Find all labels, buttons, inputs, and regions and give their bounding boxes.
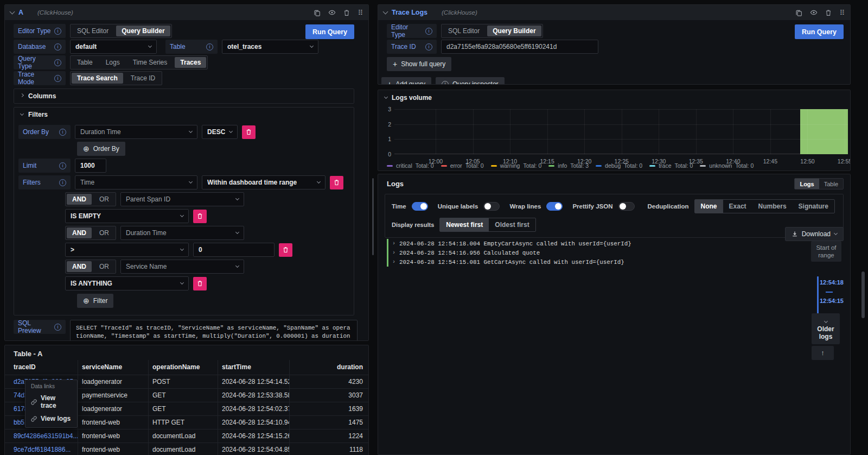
remove-condition-3-button[interactable] <box>193 277 207 290</box>
view-logs-menu-item[interactable]: View logs <box>25 412 77 425</box>
run-query-button[interactable]: Run Query <box>795 24 844 39</box>
condition-1-field-select[interactable]: Parent Span ID <box>120 192 244 206</box>
logs-scrollbar-thumb[interactable] <box>861 271 865 318</box>
condition-2-field-select[interactable]: Duration Time <box>120 226 244 240</box>
info-icon[interactable]: i <box>54 75 61 82</box>
log-line[interactable]: › 2024-06-28 12:54:18.004 EmptyCartAsync… <box>387 239 631 248</box>
time-toggle[interactable] <box>412 202 428 211</box>
legend-item-debug[interactable]: debugTotal: 0 <box>596 162 642 169</box>
legend-item-critical[interactable]: criticalTotal: 0 <box>387 162 434 169</box>
expand-icon[interactable]: › <box>392 250 395 256</box>
legend-item-error[interactable]: errorTotal: 0 <box>441 162 484 169</box>
panel-title[interactable]: Trace Logs <box>392 9 427 16</box>
show-full-query-button[interactable]: + Show full query <box>387 57 451 71</box>
prettify-json-toggle[interactable] <box>618 202 635 211</box>
dedup-numbers-option[interactable]: Numbers <box>752 200 793 213</box>
columns-section-header[interactable]: Columns <box>14 89 354 103</box>
query-type-table[interactable]: Table <box>71 56 99 69</box>
query-inspector-button[interactable]: i Query inspector <box>436 77 505 85</box>
order-by-direction-select[interactable]: DESC <box>202 125 238 139</box>
log-range-bar[interactable] <box>817 276 819 314</box>
log-line[interactable]: › 2024-06-28 12:54:15.081 GetCartAsync c… <box>387 257 631 267</box>
filter-field-select[interactable]: Time <box>75 175 197 189</box>
dedup-signature-option[interactable]: Signature <box>793 200 834 213</box>
dedup-exact-option[interactable]: Exact <box>723 200 752 213</box>
or-option[interactable]: OR <box>93 260 116 273</box>
limit-input[interactable]: 1000 <box>75 159 106 173</box>
drag-handle-icon[interactable]: ⠿ <box>839 9 845 17</box>
editor-type-query-builder[interactable]: Query Builder <box>116 26 170 36</box>
collapse-chevron-icon[interactable] <box>383 9 388 14</box>
remove-order-by-button[interactable] <box>242 125 256 139</box>
editor-type-query-builder[interactable]: Query Builder <box>487 26 541 36</box>
info-icon[interactable]: i <box>425 43 432 50</box>
wrap-lines-toggle[interactable] <box>546 202 563 211</box>
add-order-by-button[interactable]: ⊕ Order By <box>77 142 125 156</box>
condition-2-value-input[interactable]: 0 <box>193 243 275 257</box>
trace-id-input[interactable]: d2a7155ef6a928a05680e5ff6190241d <box>441 40 598 54</box>
info-icon[interactable]: i <box>54 324 61 331</box>
info-icon[interactable]: i <box>54 28 61 35</box>
info-icon[interactable]: i <box>59 162 66 169</box>
collapse-chevron-icon[interactable] <box>10 9 15 14</box>
add-query-button[interactable]: + Add query <box>381 77 431 85</box>
view-trace-menu-item[interactable]: View trace <box>25 391 77 412</box>
view-table-option[interactable]: Table <box>819 179 843 189</box>
or-option[interactable]: OR <box>93 226 116 239</box>
dedup-none-option[interactable]: None <box>695 200 723 213</box>
query-type-traces[interactable]: Traces <box>175 57 206 68</box>
newest-first-option[interactable]: Newest first <box>440 218 489 231</box>
add-filter-button[interactable]: ⊕ Filter <box>77 294 113 308</box>
scroll-to-top-button[interactable]: ↑ <box>812 346 834 360</box>
col-header-servicename[interactable]: serviceName <box>78 360 149 375</box>
info-icon[interactable]: i <box>206 43 213 50</box>
query-type-timeseries[interactable]: Time Series <box>126 56 174 69</box>
filters-section-header[interactable]: Filters <box>14 108 354 122</box>
condition-1-operator-select[interactable]: IS EMPTY <box>65 209 189 223</box>
col-header-traceid[interactable]: traceID <box>5 360 78 375</box>
info-icon[interactable]: i <box>54 59 61 66</box>
col-header-operationname[interactable]: operationName <box>149 360 218 375</box>
expand-icon[interactable]: › <box>392 259 395 265</box>
view-logs-option[interactable]: Logs <box>795 179 819 189</box>
col-header-starttime[interactable]: startTime <box>218 360 290 375</box>
legend-item-trace[interactable]: traceTotal: 0 <box>649 162 693 169</box>
unique-labels-toggle[interactable] <box>483 202 500 211</box>
order-by-field-select[interactable]: Duration Time <box>75 125 197 139</box>
legend-item-unknown[interactable]: unknownTotal: 0 <box>700 162 754 169</box>
editor-type-sql-editor[interactable]: SQL Editor <box>442 24 486 37</box>
editor-type-sql-editor[interactable]: SQL Editor <box>71 24 115 37</box>
trace-id-link[interactable]: 89cf4286e631591b4... <box>5 429 78 443</box>
filter-value-select[interactable]: Within dashboard time range <box>202 175 326 189</box>
trace-id-link[interactable]: 9ce7dcf61841886... <box>5 443 78 455</box>
logs-volume-header[interactable]: Logs volume <box>378 90 850 102</box>
copy-icon[interactable] <box>314 9 321 16</box>
remove-condition-2-button[interactable] <box>279 243 292 257</box>
expand-icon[interactable]: › <box>392 241 395 247</box>
condition-3-field-select[interactable]: Service Name <box>120 260 244 274</box>
and-option[interactable]: AND <box>67 261 92 272</box>
database-select[interactable]: default <box>70 40 157 54</box>
eye-icon[interactable] <box>328 9 336 16</box>
and-option[interactable]: AND <box>67 228 92 238</box>
drag-handle-icon[interactable]: ⠿ <box>358 9 363 17</box>
info-icon[interactable]: i <box>425 28 432 35</box>
panel-title[interactable]: A <box>18 9 23 16</box>
query-type-logs[interactable]: Logs <box>99 56 126 69</box>
run-query-button[interactable]: Run Query <box>305 24 354 39</box>
or-option[interactable]: OR <box>93 193 116 206</box>
eye-icon[interactable] <box>810 9 818 16</box>
trace-mode-trace-id[interactable]: Trace ID <box>124 72 162 85</box>
remove-condition-1-button[interactable] <box>193 210 207 223</box>
condition-2-operator-select[interactable]: > <box>65 243 189 257</box>
info-icon[interactable]: i <box>54 43 61 50</box>
copy-icon[interactable] <box>795 9 802 16</box>
legend-item-info[interactable]: infoTotal: 3 <box>548 162 589 169</box>
download-button[interactable]: Download <box>785 227 844 241</box>
and-option[interactable]: AND <box>67 194 92 205</box>
log-line[interactable]: › 2024-06-28 12:54:16.956 Calculated quo… <box>387 248 631 257</box>
legend-item-warning[interactable]: warningTotal: 0 <box>491 162 542 169</box>
condition-3-operator-select[interactable]: IS ANYTHING <box>65 276 189 290</box>
info-icon[interactable]: i <box>59 179 66 186</box>
page-scrollbar-thumb[interactable] <box>372 178 374 255</box>
